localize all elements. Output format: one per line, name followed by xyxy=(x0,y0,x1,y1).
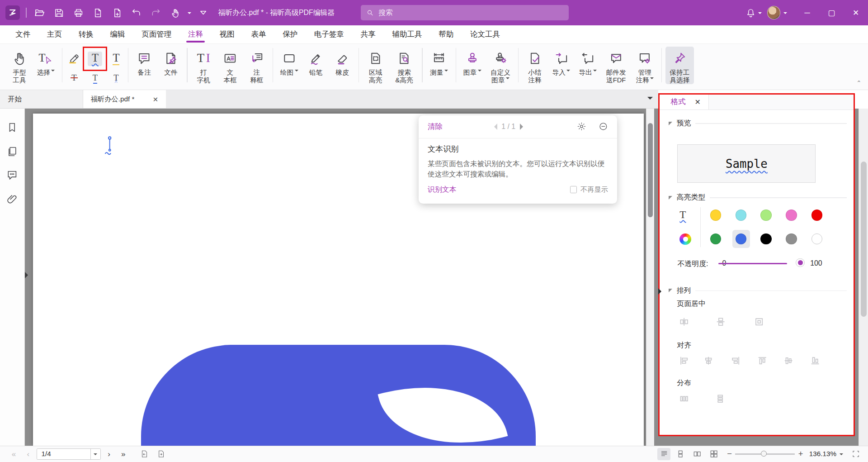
menu-protect[interactable]: 保护 xyxy=(283,25,297,43)
undo-button[interactable] xyxy=(129,5,144,20)
save-button[interactable] xyxy=(52,5,66,20)
area-highlight-tool[interactable]: 区域高亮 xyxy=(362,47,389,84)
document-scrollbar-thumb[interactable] xyxy=(648,123,653,217)
dont-show-again-checkbox[interactable] xyxy=(570,186,577,193)
email-fdf-tool[interactable]: 邮件发送FDF xyxy=(602,47,631,84)
global-search-box[interactable] xyxy=(361,5,569,20)
document-scrollbar[interactable] xyxy=(646,109,654,446)
panel-collapse-handle[interactable] xyxy=(658,288,665,295)
search-input[interactable] xyxy=(378,9,563,17)
continuous-view-button[interactable] xyxy=(674,448,687,460)
drawing-tool[interactable]: 绘图 xyxy=(277,47,302,76)
page-combo-dropdown[interactable] xyxy=(90,449,100,460)
zoom-level-combo[interactable]: 136.13% xyxy=(807,448,846,460)
hand-tool-quick-button[interactable] xyxy=(168,5,183,20)
collapse-dialog-icon[interactable] xyxy=(599,122,608,131)
panel-close-icon[interactable]: ✕ xyxy=(694,98,700,106)
file-attachment-tool[interactable]: 文件 xyxy=(158,47,184,76)
page-add-button[interactable] xyxy=(110,5,124,20)
prev-view-button[interactable] xyxy=(137,448,151,460)
color-swatch-cyan[interactable] xyxy=(736,210,746,220)
replace-text-tool[interactable]: T xyxy=(85,71,105,84)
section-collapse-icon[interactable] xyxy=(669,289,672,292)
color-swatch-gray[interactable] xyxy=(786,233,797,244)
align-bottom-button[interactable] xyxy=(808,353,822,368)
textbox-tool[interactable]: 文本框 xyxy=(217,47,243,84)
facing-view-button[interactable] xyxy=(691,448,704,460)
comments-panel-icon[interactable] xyxy=(6,169,18,181)
tab-list-dropdown-caret[interactable] xyxy=(647,97,653,102)
underline-tool[interactable]: T xyxy=(106,48,126,70)
zoom-slider-track[interactable] xyxy=(735,453,795,454)
next-page-button[interactable]: › xyxy=(103,449,115,459)
print-button[interactable] xyxy=(71,5,86,20)
center-both-button[interactable] xyxy=(752,315,767,329)
maximize-button[interactable]: ▢ xyxy=(819,0,844,25)
opacity-slider-track[interactable] xyxy=(718,263,787,265)
section-collapse-icon[interactable] xyxy=(669,122,672,125)
single-page-view-button[interactable] xyxy=(657,448,670,460)
redo-button[interactable] xyxy=(149,5,163,20)
menu-view[interactable]: 视图 xyxy=(220,25,235,43)
menu-thesis-tools[interactable]: 论文工具 xyxy=(470,25,500,43)
section-collapse-icon[interactable] xyxy=(669,196,672,200)
window-scrollbar[interactable] xyxy=(859,109,868,446)
notifications-bell-icon[interactable] xyxy=(744,5,758,20)
customize-toolbar-button[interactable] xyxy=(196,5,211,20)
color-wheel-icon[interactable] xyxy=(679,233,691,245)
select-tool[interactable]: T 选择 xyxy=(33,47,58,76)
color-swatch-yellow[interactable] xyxy=(710,210,721,220)
import-comments-tool[interactable]: 导入 xyxy=(548,47,574,76)
menu-accessibility[interactable]: 辅助工具 xyxy=(392,25,422,43)
align-right-button[interactable] xyxy=(728,353,743,368)
align-center-horizontal-button[interactable] xyxy=(701,353,716,368)
typewriter-tool[interactable]: TI 打字机 xyxy=(191,47,216,84)
align-middle-button[interactable] xyxy=(782,353,796,368)
color-swatch-black[interactable] xyxy=(760,233,771,244)
next-view-button[interactable] xyxy=(154,448,168,460)
clear-button[interactable]: 清除 xyxy=(428,122,443,132)
align-top-button[interactable] xyxy=(755,353,769,368)
minimize-button[interactable]: ─ xyxy=(795,0,820,25)
menu-page-management[interactable]: 页面管理 xyxy=(142,25,171,43)
color-swatch-red[interactable] xyxy=(811,210,822,220)
pencil-tool[interactable]: 铅笔 xyxy=(303,47,328,76)
search-and-highlight-tool[interactable]: 搜索&高亮 xyxy=(390,47,419,84)
user-avatar[interactable] xyxy=(767,6,780,19)
first-page-button[interactable]: « xyxy=(8,449,20,459)
insert-text-tool[interactable]: T^ xyxy=(106,71,126,84)
menu-help[interactable]: 帮助 xyxy=(439,25,453,43)
foxit-logo-icon[interactable] xyxy=(5,5,20,20)
tab-start[interactable]: 开始 xyxy=(0,90,83,108)
color-swatch-light-green[interactable] xyxy=(760,210,771,220)
hand-tool-dropdown-caret[interactable] xyxy=(188,12,191,16)
settings-gear-icon[interactable] xyxy=(577,122,586,131)
tab-document[interactable]: 福昕办公.pdf * ✕ xyxy=(83,90,166,108)
zoom-out-button[interactable]: − xyxy=(727,449,732,459)
measure-tool[interactable]: 测量 xyxy=(426,47,453,76)
facing-continuous-view-button[interactable] xyxy=(707,448,720,460)
zoom-in-button[interactable]: + xyxy=(798,449,803,459)
color-swatch-green[interactable] xyxy=(710,233,721,244)
fullscreen-button[interactable] xyxy=(849,448,863,460)
color-swatch-white[interactable] xyxy=(811,233,822,244)
menu-share[interactable]: 共享 xyxy=(361,25,376,43)
distribute-vertical-button[interactable] xyxy=(713,392,727,406)
close-button[interactable]: ✕ xyxy=(844,0,868,25)
squiggly-underline-tool[interactable]: T xyxy=(85,48,105,70)
custom-stamp-tool[interactable]: 自定义图章 xyxy=(486,47,515,84)
strikeout-tool[interactable]: T xyxy=(64,71,84,84)
hand-tool[interactable]: 手型工具 xyxy=(7,47,32,84)
color-swatch-pink[interactable] xyxy=(786,210,797,220)
opacity-slider-knob[interactable] xyxy=(796,258,805,267)
pages-panel-icon[interactable] xyxy=(6,146,18,157)
format-panel-tab[interactable]: 格式 ✕ xyxy=(660,95,709,110)
prev-page-arrow-icon[interactable] xyxy=(491,124,497,130)
last-page-button[interactable]: » xyxy=(117,449,129,459)
center-vertical-button[interactable] xyxy=(713,315,728,329)
menu-comment[interactable]: 注释 xyxy=(188,25,203,43)
open-file-button[interactable] xyxy=(33,5,47,20)
distribute-horizontal-button[interactable] xyxy=(677,392,691,406)
tab-close-icon[interactable]: ✕ xyxy=(153,95,158,103)
menu-home[interactable]: 主页 xyxy=(47,25,62,43)
